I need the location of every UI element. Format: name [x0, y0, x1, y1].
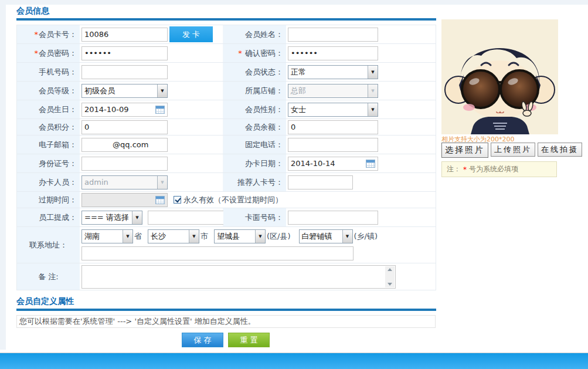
mobile-label: 手机号码：: [17, 63, 80, 81]
address-cell: 湖南▼ 省 长沙▼ 市 望城县▼ (区/县) 白箬铺镇▼ (乡/镇): [80, 227, 436, 263]
status-select[interactable]: 正常▼: [288, 65, 378, 79]
balance-label: 会员余额：: [223, 119, 286, 135]
permanent-valid-label: 永久有效（不设置过期时间）: [183, 195, 283, 205]
note-prefix: 注：: [447, 164, 461, 174]
address-region-line: 湖南▼ 省 长沙▼ 市 望城县▼ (区/县) 白箬铺镇▼ (乡/镇): [81, 229, 436, 243]
name-cell: [286, 25, 436, 43]
page-top-margin: [0, 0, 588, 5]
upload-photo-button[interactable]: 上传照片: [491, 143, 535, 157]
footer-bar: [0, 353, 588, 369]
confirm-password-label: * 确认密码：: [223, 44, 286, 62]
permanent-valid-checkbox[interactable]: [174, 196, 181, 204]
id-no-input[interactable]: [81, 157, 168, 171]
card-face-input[interactable]: [288, 211, 378, 225]
status-label: 会员状态：: [223, 63, 286, 81]
required-star: *: [35, 30, 39, 39]
town-select[interactable]: 白箬铺镇▼: [299, 229, 353, 243]
table-row: 联系地址： 湖南▼ 省 长沙▼ 市 望城县▼ (区/县) 白箬铺镇▼ (乡/镇): [17, 227, 436, 263]
operator-cell: admin▼: [80, 173, 223, 191]
card-face-label: 卡面号码：: [223, 208, 286, 226]
city-select[interactable]: 长沙▼: [148, 229, 199, 243]
required-star: *: [463, 165, 467, 174]
gender-select[interactable]: 女士▼: [288, 103, 378, 117]
textarea-scrollbar[interactable]: [385, 266, 395, 287]
password-cell: [80, 44, 223, 62]
commission-input[interactable]: [148, 211, 224, 225]
address-detail-line: [81, 246, 436, 260]
tel-input[interactable]: [288, 138, 378, 152]
select-photo-button[interactable]: 选择照片: [441, 143, 488, 158]
table-row: 会员积分： 会员余额：: [17, 119, 436, 136]
chevron-down-icon: ▼: [255, 230, 265, 243]
table-row: 会员生日： 会员性别： 女士▼: [17, 100, 436, 119]
referrer-card-input[interactable]: [288, 175, 353, 189]
table-row: 员工提成： === 请选择 ===▼ 卡面号码：: [17, 208, 436, 227]
table-row: 办卡人员： admin▼ 推荐人卡号：: [17, 173, 436, 192]
mobile-input[interactable]: [81, 65, 168, 79]
chevron-down-icon: ▼: [368, 66, 378, 79]
birthday-input[interactable]: [81, 103, 168, 117]
custom-attrs-hint: 您可以根据需要在'系统管理' ---> '自定义属性设置' 增加自定义属性。: [16, 315, 436, 328]
card-no-cell: 发 卡: [80, 25, 223, 43]
birthday-cell: [80, 100, 223, 119]
online-capture-button[interactable]: 在线拍摄: [538, 143, 582, 157]
balance-cell: [286, 119, 436, 135]
member-info-form: *会员卡号： 发 卡 会员姓名： *会员密码： * 确认密码： 手机号码：: [16, 25, 436, 290]
level-label: 会员等级：: [17, 82, 80, 100]
confirm-password-input[interactable]: [288, 46, 378, 60]
save-button[interactable]: 保 存: [182, 333, 223, 347]
expire-cell: 永久有效（不设置过期时间）: [80, 192, 436, 208]
password-input[interactable]: [81, 46, 168, 60]
store-cell: 总部▼: [286, 82, 436, 100]
email-label: 电子邮箱：: [17, 136, 80, 154]
card-no-input[interactable]: [81, 28, 168, 42]
province-suffix: 省: [134, 231, 142, 242]
referrer-card-label: 推荐人卡号：: [223, 173, 286, 191]
province-select[interactable]: 湖南▼: [81, 229, 133, 243]
town-suffix: (乡/镇): [354, 231, 378, 242]
commission-label: 员工提成：: [17, 208, 80, 226]
id-no-cell: [80, 154, 223, 172]
issue-date-cell: [286, 154, 436, 172]
table-row: 手机号码： 会员状态： 正常▼: [17, 63, 436, 82]
address-detail-input[interactable]: [81, 246, 354, 260]
level-select[interactable]: 初级会员▼: [81, 84, 168, 98]
tel-label: 固定电话：: [223, 136, 286, 154]
chevron-down-icon: ▼: [189, 230, 199, 243]
expire-label: 过期时间：: [17, 192, 80, 208]
chevron-down-icon: ▼: [342, 230, 352, 243]
calendar-icon[interactable]: [155, 106, 165, 114]
district-select[interactable]: 望城县▼: [214, 229, 266, 243]
commission-cell: === 请选择 ===▼: [80, 208, 223, 226]
member-edit-page: 会员信息 *会员卡号： 发 卡 会员姓名： *会员密码： * 确认密码：: [0, 0, 588, 369]
section-title-member-info: 会员信息: [16, 6, 49, 16]
chevron-down-icon: ▼: [123, 230, 132, 243]
section-title-custom-attrs: 会员自定义属性: [16, 296, 74, 307]
email-input[interactable]: [81, 138, 168, 152]
name-label: 会员姓名：: [223, 25, 286, 43]
scroll-up-icon[interactable]: [388, 268, 392, 271]
chevron-down-icon: ▼: [368, 103, 378, 116]
table-row: *会员卡号： 发 卡 会员姓名：: [17, 25, 436, 44]
calendar-icon[interactable]: [366, 160, 375, 168]
remark-textarea[interactable]: [81, 265, 396, 289]
points-input[interactable]: [81, 120, 168, 134]
name-input[interactable]: [288, 28, 378, 42]
table-row: *会员密码： * 确认密码：: [17, 44, 436, 63]
commission-select[interactable]: === 请选择 ===▼: [81, 211, 142, 225]
scroll-down-icon[interactable]: [388, 283, 392, 286]
store-select-disabled: 总部▼: [288, 84, 378, 98]
district-suffix: (区/县): [267, 231, 291, 242]
member-photo: [441, 19, 558, 134]
required-star: *: [35, 49, 39, 57]
issue-card-button[interactable]: 发 卡: [169, 26, 213, 42]
balance-input[interactable]: [288, 120, 378, 134]
remark-cell: [80, 263, 436, 290]
table-row: 会员等级： 初级会员▼ 所属店铺： 总部▼: [17, 82, 436, 100]
photo-buttons: 选择照片 上传照片 在线拍摄: [441, 143, 582, 158]
issue-date-input[interactable]: [288, 157, 378, 171]
reset-button[interactable]: 重 置: [228, 333, 270, 347]
birthday-label: 会员生日：: [17, 100, 80, 119]
gender-label: 会员性别：: [223, 100, 286, 119]
card-face-cell: [286, 208, 436, 226]
